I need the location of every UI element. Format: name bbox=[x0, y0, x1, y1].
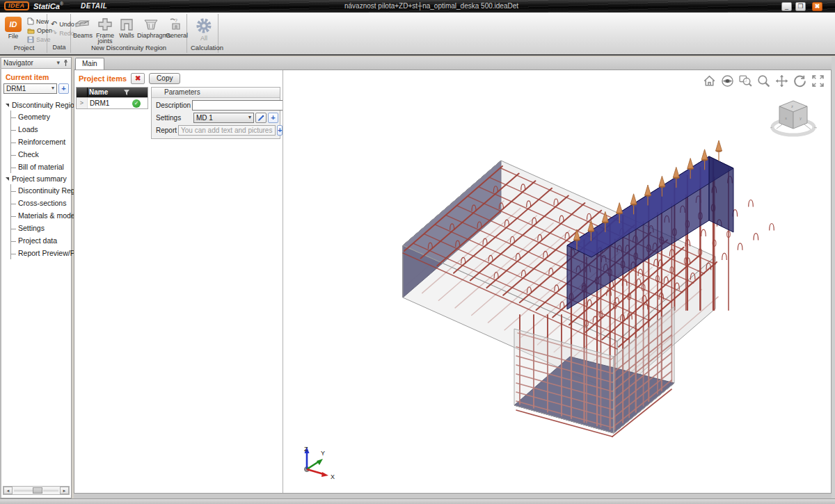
zoom-icon[interactable] bbox=[756, 74, 771, 88]
view-cube[interactable]: z x y bbox=[768, 97, 818, 140]
description-label: Description bbox=[153, 101, 191, 109]
tree-item-cross-sections[interactable]: Cross-sections bbox=[11, 197, 71, 209]
tree-item-materials-models[interactable]: Materials & models bbox=[11, 209, 71, 222]
copy-button[interactable]: Copy bbox=[149, 73, 180, 84]
scroll-left-button[interactable]: ◄ bbox=[3, 487, 13, 494]
settings-label: Settings bbox=[153, 114, 192, 122]
current-item-select[interactable]: DRM1 ▾ bbox=[3, 83, 57, 94]
ribbon-group-region: Beams Frame joints Walls Diaphragms ? Ge… bbox=[71, 14, 187, 53]
settings-select[interactable]: MD 1 ▾ bbox=[193, 113, 254, 123]
frame-joints-button[interactable]: Frame joints bbox=[94, 16, 116, 45]
expander-icon[interactable] bbox=[6, 104, 9, 107]
file-button[interactable]: ID File bbox=[3, 16, 24, 45]
new-page-icon bbox=[27, 17, 34, 25]
group-label-project: Project bbox=[3, 43, 45, 52]
walls-button[interactable]: Walls bbox=[117, 16, 136, 45]
tree-item-discontinuity-region[interactable]: Discontinuity Region bbox=[1, 99, 71, 111]
beams-button[interactable]: Beams bbox=[72, 16, 93, 45]
parameters-panel: Parameters Description Settings MD 1 ▾ + bbox=[151, 87, 280, 139]
description-input[interactable] bbox=[192, 100, 289, 111]
row-selector[interactable]: > bbox=[77, 98, 88, 108]
undo-icon: ↶ bbox=[51, 19, 57, 29]
ribbon-group-data: ↶ Undo ↷ Redo Data bbox=[48, 14, 71, 53]
viewport-3d[interactable]: z x y Z Y X bbox=[283, 70, 831, 493]
tree-item-bill-of-material[interactable]: Bill of material bbox=[11, 161, 71, 173]
idea-logo: IDEA bbox=[4, 1, 29, 10]
pin-icon[interactable] bbox=[63, 59, 68, 67]
close-button[interactable]: ✖ bbox=[812, 2, 822, 11]
svg-text:y: y bbox=[800, 116, 802, 120]
scrollbar-thumb[interactable] bbox=[33, 487, 42, 494]
gear-icon bbox=[195, 17, 213, 34]
table-row[interactable]: > DRM1 ✓ bbox=[77, 97, 148, 108]
maximize-button[interactable]: ❐ bbox=[795, 2, 806, 11]
project-items-table: Name > DRM1 ✓ bbox=[76, 87, 148, 109]
tab-main[interactable]: Main bbox=[75, 58, 104, 70]
project-items-title: Project items bbox=[79, 74, 127, 83]
tree-item-reinforcement[interactable]: Reinforcement bbox=[11, 136, 71, 148]
report-input[interactable] bbox=[178, 125, 276, 136]
title-bar: IDEA StatiCa® DETAIL návaznost pilota+ZD… bbox=[0, 0, 835, 13]
document-title: návaznost pilota+ZD+st┼na_optimal_deska … bbox=[344, 2, 518, 10]
expander-icon[interactable] bbox=[6, 177, 9, 181]
redo-icon: ↷ bbox=[51, 29, 57, 38]
zoom-window-icon[interactable] bbox=[738, 74, 753, 88]
pencil-icon bbox=[257, 114, 265, 122]
model-3d[interactable] bbox=[283, 70, 831, 493]
right-edge bbox=[832, 57, 835, 498]
diaphragms-button[interactable]: Diaphragms bbox=[137, 16, 165, 45]
general-button[interactable]: ? General bbox=[166, 16, 186, 45]
svg-text:z: z bbox=[791, 104, 793, 108]
navigator-hscrollbar[interactable]: ◄ ► bbox=[3, 486, 70, 495]
tree-item-report-preview-print[interactable]: Report Preview/Print bbox=[11, 247, 71, 259]
pan-icon[interactable] bbox=[774, 74, 789, 88]
edit-settings-button[interactable] bbox=[255, 113, 267, 123]
ribbon-group-project: ID File New Open Save Project bbox=[1, 14, 47, 53]
scroll-right-button[interactable]: ► bbox=[60, 487, 69, 494]
home-icon[interactable] bbox=[702, 74, 717, 88]
current-item-label: Current item bbox=[1, 69, 71, 83]
save-disk-icon bbox=[27, 36, 34, 43]
fit-view-icon[interactable] bbox=[811, 74, 825, 88]
viewport-toolbar bbox=[702, 74, 825, 88]
ribbon: ID File New Open Save Project ↶ Undo bbox=[0, 13, 835, 56]
view-eye-icon[interactable] bbox=[720, 74, 735, 88]
tree-item-geometry[interactable]: Geometry bbox=[11, 111, 71, 123]
tab-strip: Main bbox=[74, 57, 832, 70]
axis-x-label: X bbox=[331, 473, 335, 480]
main-area: Main Project items ✖ Copy Name > bbox=[74, 57, 832, 498]
tree-item-project-data[interactable]: Project data bbox=[11, 234, 71, 247]
tree-item-loads[interactable]: Loads bbox=[11, 123, 71, 136]
axes-triad: Z Y X bbox=[296, 444, 336, 480]
tree-item-project-summary[interactable]: Project summary bbox=[1, 173, 71, 184]
add-settings-button[interactable]: + bbox=[268, 113, 278, 123]
axis-z-label: Z bbox=[304, 446, 308, 453]
filter-icon[interactable] bbox=[124, 90, 129, 95]
svg-text:x: x bbox=[785, 116, 787, 120]
bottom-edge bbox=[0, 498, 835, 504]
ribbon-group-calculation: All Calculation bbox=[189, 14, 218, 53]
parameters-title: Parameters bbox=[152, 88, 280, 98]
navigator-menu-icon[interactable]: ▾ bbox=[56, 59, 60, 66]
tab-content: Project items ✖ Copy Name > DRM1 ✓ bbox=[74, 70, 832, 494]
delete-item-button[interactable]: ✖ bbox=[131, 73, 145, 84]
app-name: StatiCa® bbox=[33, 1, 63, 10]
calculate-all-button[interactable]: All bbox=[193, 16, 215, 45]
tree-item-summary-discontinuity-region[interactable]: Discontinuity Region bbox=[11, 184, 71, 197]
chevron-down-icon: ▾ bbox=[51, 85, 54, 91]
open-folder-icon bbox=[27, 27, 35, 34]
minimize-button[interactable]: _ bbox=[781, 2, 792, 11]
project-items-panel: Project items ✖ Copy Name > DRM1 ✓ bbox=[74, 70, 283, 493]
navigator-tree: Discontinuity Region Geometry Loads Rein… bbox=[1, 99, 71, 259]
beams-icon bbox=[74, 17, 92, 31]
walls-icon bbox=[119, 17, 134, 31]
add-item-button[interactable]: + bbox=[58, 83, 69, 94]
status-ok-icon: ✓ bbox=[132, 99, 141, 108]
navigator-panel: Navigator ▾ Current item DRM1 ▾ + Discon… bbox=[0, 57, 72, 498]
tree-item-check[interactable]: Check bbox=[11, 148, 71, 161]
tree-item-settings[interactable]: Settings bbox=[11, 222, 71, 234]
rotate-icon[interactable] bbox=[793, 74, 807, 88]
file-icon: ID bbox=[5, 17, 22, 32]
table-header: Name bbox=[77, 88, 148, 97]
group-label-region: New Discontinuity Region bbox=[72, 43, 185, 52]
